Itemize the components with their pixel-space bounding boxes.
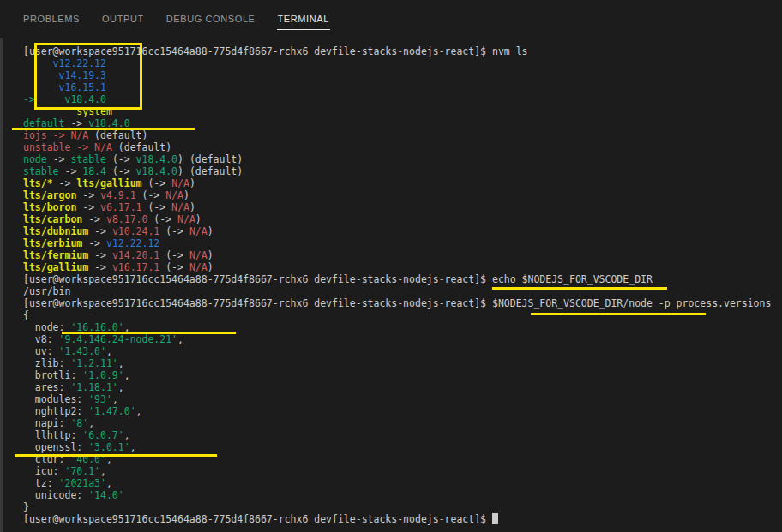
terminal-text: '9.4.146.24-node.21' (59, 333, 177, 345)
terminal-text: node (23, 153, 47, 165)
tab-debug-console[interactable]: DEBUG CONSOLE (165, 0, 256, 30)
terminal-line: icu: '70.1', (23, 465, 782, 477)
terminal-text: , (106, 453, 112, 465)
terminal-text: v18.4.0 (136, 153, 177, 165)
terminal-text: ) (default) (177, 165, 243, 177)
terminal-line: system (23, 105, 782, 117)
terminal-text: lts/* (23, 177, 53, 189)
terminal-text: v8: (23, 333, 59, 345)
terminal-text: '93' (88, 393, 112, 405)
terminal-line: llhttp: '6.0.7', (23, 429, 782, 441)
terminal-text: (-> (106, 165, 136, 177)
terminal-text: ares: (23, 381, 70, 393)
tab-output[interactable]: OUTPUT (101, 0, 145, 30)
terminal-text: ) (208, 225, 214, 237)
terminal-text: -> (88, 225, 112, 237)
terminal-text: v8.17.0 (106, 213, 147, 225)
terminal-cursor (492, 513, 498, 524)
terminal-text: ) (default) (177, 153, 243, 165)
terminal-text: (-> (159, 225, 189, 237)
terminal-text: -> (76, 201, 100, 213)
terminal-text: napi: (23, 417, 70, 429)
terminal-text: , (118, 381, 124, 393)
terminal-text: , (124, 429, 130, 441)
terminal-text: ) (189, 177, 196, 189)
terminal-text: lts/argon (23, 189, 76, 201)
terminal-text: llhttp: (23, 429, 82, 441)
terminal-text: '8' (70, 417, 88, 429)
terminal-text: -> (59, 165, 83, 177)
terminal-text: nghttp2: (23, 405, 88, 417)
terminal-text: ) (196, 213, 202, 225)
terminal-text: v18.4.0 (64, 93, 105, 105)
terminal-output: [user@workspace951716cc15464a88-775d4f86… (23, 45, 782, 525)
panel-tabs: PROBLEMSOUTPUTDEBUG CONSOLETERMINAL (22, 0, 351, 30)
terminal-line: [user@workspace951716cc15464a88-775d4f86… (23, 273, 782, 285)
terminal-text: ) (208, 249, 214, 261)
tab-terminal[interactable]: TERMINAL (277, 0, 330, 30)
vscode-bottom-panel: PROBLEMSOUTPUTDEBUG CONSOLETERMINAL [use… (0, 0, 782, 532)
terminal-text: N/A (171, 177, 189, 189)
terminal-line: napi: '8', (23, 417, 782, 429)
terminal-text: N/A (189, 249, 208, 261)
terminal-text: '14.0' (88, 489, 124, 501)
terminal-text: , (124, 369, 130, 381)
terminal-line: nghttp2: '1.47.0', (23, 405, 782, 417)
terminal-text: /usr/bin (23, 285, 70, 297)
terminal-text: '1.18.1' (70, 381, 117, 393)
terminal-text: lts/dubnium (23, 225, 88, 237)
terminal-text: (default) (88, 129, 147, 141)
terminal-line: unicode: '14.0' (23, 489, 782, 501)
terminal-line: node -> stable (-> v18.4.0) (default) (23, 153, 782, 165)
terminal-text: , (100, 465, 106, 477)
terminal-text: modules: (23, 393, 88, 405)
terminal-text: (-> (136, 189, 166, 201)
terminal-text: (-> (141, 201, 171, 213)
terminal-text: , (106, 345, 112, 357)
terminal-line: [user@workspace951716cc15464a88-775d4f86… (23, 513, 782, 525)
terminal-text: , (177, 333, 183, 345)
terminal-text: zlib: (23, 357, 70, 369)
terminal-text: lts/gallium (23, 261, 88, 273)
terminal-text: , (136, 405, 142, 417)
terminal-text: '3.0.1' (88, 441, 129, 453)
terminal-text: icu: (23, 465, 64, 477)
terminal-text: -> (47, 153, 71, 165)
terminal-text: -> (64, 117, 88, 129)
terminal-text: } (23, 501, 29, 513)
terminal-text: (-> (147, 213, 177, 225)
terminal-line: cldr: '40.0', (23, 453, 782, 465)
terminal-text: tz: (23, 477, 59, 489)
tab-problems[interactable]: PROBLEMS (22, 0, 81, 30)
terminal-text: [user@workspace951716cc15464a88-775d4f86… (23, 297, 771, 309)
terminal[interactable]: [user@workspace951716cc15464a88-775d4f86… (23, 45, 782, 532)
terminal-text: -> (88, 261, 112, 273)
terminal-text: lts/carbon (23, 213, 82, 225)
terminal-text: '16.16.0' (70, 321, 123, 333)
terminal-line: [user@workspace951716cc15464a88-775d4f86… (23, 45, 782, 57)
terminal-text: stable (70, 153, 106, 165)
terminal-text: v12.22.12 (106, 237, 159, 249)
terminal-text: (-> (159, 249, 189, 261)
terminal-text: unstable -> N/A (23, 141, 112, 153)
terminal-text: lts/erbium (23, 237, 82, 249)
terminal-line: ares: '1.18.1', (23, 381, 782, 393)
terminal-text: '1.43.0' (59, 345, 106, 357)
terminal-text: v16.15.1 (23, 81, 106, 93)
terminal-text: [user@workspace951716cc15464a88-775d4f86… (23, 273, 653, 285)
terminal-text: v12.22.12 (23, 57, 106, 69)
terminal-text: { (23, 309, 29, 321)
terminal-line: lts/argon -> v4.9.1 (-> N/A) (23, 189, 782, 201)
terminal-line: v8: '9.4.146.24-node.21', (23, 333, 782, 345)
terminal-text: -> (53, 177, 77, 189)
terminal-text: N/A (189, 225, 208, 237)
terminal-text: N/A (171, 201, 189, 213)
terminal-text: '6.0.7' (82, 429, 123, 441)
terminal-text: openssl: (23, 441, 88, 453)
terminal-text: '1.2.11' (70, 357, 117, 369)
terminal-text: system (76, 105, 112, 117)
terminal-text: N/A (165, 189, 183, 201)
terminal-line: modules: '93', (23, 393, 782, 405)
terminal-text: stable (23, 165, 59, 177)
terminal-text: (-> (159, 261, 189, 273)
